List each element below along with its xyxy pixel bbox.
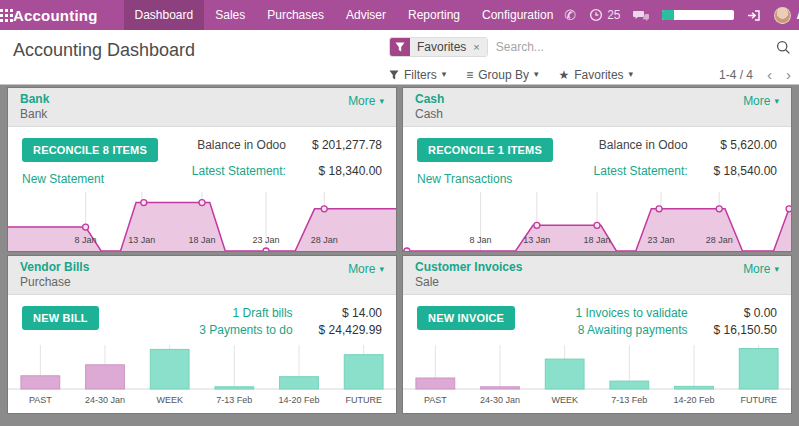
more-dropdown[interactable]: More▾ <box>743 260 779 276</box>
bank-balance-chart[interactable]: 8 Jan13 Jan18 Jan23 Jan28 Jan <box>8 186 396 251</box>
caret-down-icon: ▾ <box>534 70 539 79</box>
planner-progress-fill <box>662 10 674 20</box>
card-customer-invoices: Customer Invoices Sale More▾ NEW INVOICE… <box>403 256 791 413</box>
activities-indicator[interactable]: 25 <box>589 8 620 22</box>
svg-text:23 Jan: 23 Jan <box>253 235 280 245</box>
card-title[interactable]: Vendor Bills <box>20 260 89 275</box>
more-dropdown[interactable]: More▾ <box>348 92 384 108</box>
card-cash: Cash Cash More▾ RECONCILE 1 ITEMS New Tr… <box>403 88 791 251</box>
card-stats: 1 Draft bills $ 14.00 3 Payments to do $… <box>199 306 382 337</box>
card-title[interactable]: Bank <box>20 92 49 107</box>
apps-grid-icon[interactable] <box>0 0 13 30</box>
stat-amount: $ 201,277.78 <box>312 138 382 161</box>
menu-item-dashboard[interactable]: Dashboard <box>124 0 205 30</box>
caret-down-icon: ▾ <box>774 97 779 106</box>
pager-prev-icon[interactable]: ‹ <box>767 67 772 82</box>
svg-text:13 Jan: 13 Jan <box>128 235 155 245</box>
new-transactions-link[interactable]: New Transactions <box>417 172 553 186</box>
customer-invoices-chart[interactable]: PAST24-30 JanWEEK7-13 Feb14-20 FebFUTURE <box>403 337 791 413</box>
main-menu: Dashboard Sales Purchases Adviser Report… <box>124 0 565 30</box>
card-subtitle: Cash <box>415 107 444 121</box>
planner-progressbar[interactable] <box>662 10 734 20</box>
stat-label[interactable]: 8 Awaiting payments <box>576 323 688 337</box>
svg-text:8 Jan: 8 Jan <box>75 235 97 245</box>
menu-item-sales[interactable]: Sales <box>204 0 256 30</box>
stat-label[interactable]: Latest Statement: <box>594 164 688 187</box>
svg-text:13 Jan: 13 Jan <box>523 235 550 245</box>
card-subtitle: Purchase <box>20 275 89 289</box>
filter-funnel-icon <box>390 38 410 56</box>
stat-amount: $ 5,620.00 <box>714 138 777 161</box>
top-right-tools: ✆ 25 Administrator ▾ <box>564 7 799 24</box>
filters-dropdown[interactable]: Filters ▾ <box>389 68 446 82</box>
svg-text:PAST: PAST <box>29 395 52 405</box>
more-dropdown[interactable]: More▾ <box>743 92 779 108</box>
card-cash-header: Cash Cash More▾ <box>403 88 791 127</box>
card-stats: Balance in Odoo $ 5,620.00 Latest Statem… <box>594 138 777 186</box>
svg-text:FUTURE: FUTURE <box>345 395 382 405</box>
search-panel: Favorites × Filters ▾ ≡ Group By ▾ ★ <box>389 36 791 82</box>
menu-item-purchases[interactable]: Purchases <box>256 0 335 30</box>
activity-count: 25 <box>607 8 620 22</box>
facet-close-icon[interactable]: × <box>473 42 479 53</box>
new-bill-button[interactable]: NEW BILL <box>22 306 99 330</box>
menu-item-reporting[interactable]: Reporting <box>397 0 471 30</box>
top-nav-bar: Accounting Dashboard Sales Purchases Adv… <box>0 0 799 30</box>
pager-range: 1-4 / 4 <box>719 68 753 82</box>
group-by-dropdown[interactable]: ≡ Group By ▾ <box>466 68 538 82</box>
svg-text:28 Jan: 28 Jan <box>311 235 338 245</box>
card-subtitle: Bank <box>20 107 49 121</box>
vendor-bills-chart[interactable]: PAST24-30 JanWEEK7-13 Feb14-20 FebFUTURE <box>8 337 396 413</box>
app-brand[interactable]: Accounting <box>13 7 98 24</box>
stat-amount: $ 18,540.00 <box>714 164 777 187</box>
svg-text:8 Jan: 8 Jan <box>470 235 492 245</box>
caret-down-icon: ▾ <box>379 265 384 274</box>
svg-text:WEEK: WEEK <box>551 395 578 405</box>
svg-text:24-30 Jan: 24-30 Jan <box>480 395 520 405</box>
messages-icon[interactable] <box>633 9 649 22</box>
stat-amount: $ 18,340.00 <box>312 164 382 187</box>
filter-buttons-row: Filters ▾ ≡ Group By ▾ ★ Favorites ▾ 1-4… <box>389 67 791 82</box>
pager: 1-4 / 4 ‹ › <box>719 67 791 82</box>
more-dropdown[interactable]: More▾ <box>348 260 384 276</box>
star-icon: ★ <box>558 68 569 82</box>
caret-down-icon: ▾ <box>442 70 447 79</box>
new-statement-link[interactable]: New Statement <box>22 172 158 186</box>
user-menu[interactable]: Administrator ▾ <box>774 7 799 24</box>
stat-label[interactable]: Latest Statement: <box>192 164 286 187</box>
control-panel: Accounting Dashboard Favorites × Filters <box>0 30 799 85</box>
favorites-dropdown[interactable]: ★ Favorites ▾ <box>558 68 633 82</box>
search-input[interactable] <box>488 40 776 54</box>
svg-text:7-13 Feb: 7-13 Feb <box>216 395 252 405</box>
reconcile-button[interactable]: RECONCILE 8 ITEMS <box>22 138 158 162</box>
search-icon[interactable] <box>776 40 791 55</box>
sign-in-icon[interactable] <box>747 9 761 22</box>
svg-text:24-30 Jan: 24-30 Jan <box>85 395 125 405</box>
card-bank: Bank Bank More▾ RECONCILE 8 ITEMS New St… <box>8 88 396 251</box>
stat-label[interactable]: 1 Invoices to validate <box>576 306 688 320</box>
dashboard-grid: Bank Bank More▾ RECONCILE 8 ITEMS New St… <box>0 85 799 426</box>
stat-label[interactable]: 1 Draft bills <box>199 306 292 320</box>
stat-label: Balance in Odoo <box>594 138 688 161</box>
svg-text:18 Jan: 18 Jan <box>583 235 610 245</box>
phone-icon[interactable]: ✆ <box>564 8 576 22</box>
pager-next-icon[interactable]: › <box>786 67 791 82</box>
card-subtitle: Sale <box>415 275 522 289</box>
card-title[interactable]: Cash <box>415 92 444 107</box>
caret-down-icon: ▾ <box>379 97 384 106</box>
menu-item-adviser[interactable]: Adviser <box>335 0 397 30</box>
reconcile-button[interactable]: RECONCILE 1 ITEMS <box>417 138 553 162</box>
svg-text:14-20 Feb: 14-20 Feb <box>278 395 319 405</box>
card-stats: Balance in Odoo $ 201,277.78 Latest Stat… <box>192 138 382 186</box>
stat-amount: $ 14.00 <box>319 306 382 320</box>
stat-amount: $ 24,429.99 <box>319 323 382 337</box>
stat-label: Balance in Odoo <box>192 138 286 161</box>
stat-amount: $ 16,150.50 <box>714 323 777 337</box>
svg-text:18 Jan: 18 Jan <box>188 235 215 245</box>
new-invoice-button[interactable]: NEW INVOICE <box>417 306 515 330</box>
menu-item-configuration[interactable]: Configuration <box>471 0 564 30</box>
card-title[interactable]: Customer Invoices <box>415 260 522 275</box>
stat-label[interactable]: 3 Payments to do <box>199 323 292 337</box>
cash-balance-chart[interactable]: 8 Jan13 Jan18 Jan23 Jan28 Jan <box>403 186 791 251</box>
card-customer-invoices-header: Customer Invoices Sale More▾ <box>403 256 791 295</box>
